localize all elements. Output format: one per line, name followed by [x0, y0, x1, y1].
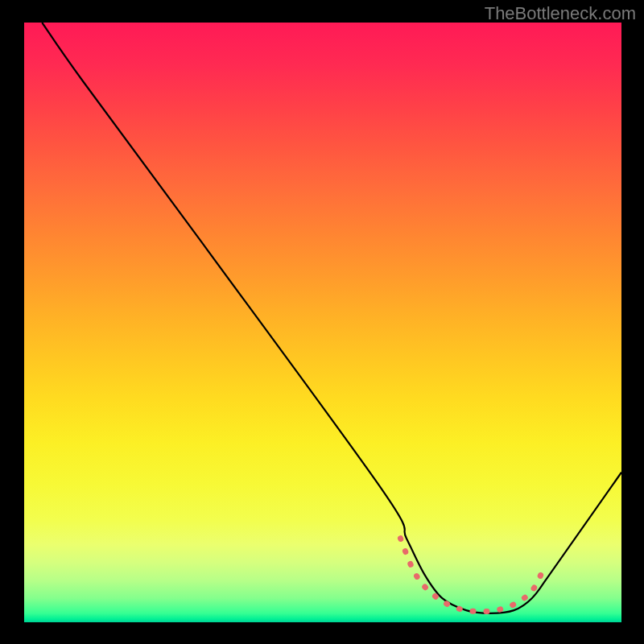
chart-container: TheBottleneck.com	[0, 0, 644, 644]
main-curve-path	[42, 23, 621, 613]
curve-svg	[24, 23, 621, 622]
plot-area	[24, 23, 621, 622]
bottom-highlight-path	[400, 539, 543, 612]
watermark-text: TheBottleneck.com	[485, 3, 636, 24]
